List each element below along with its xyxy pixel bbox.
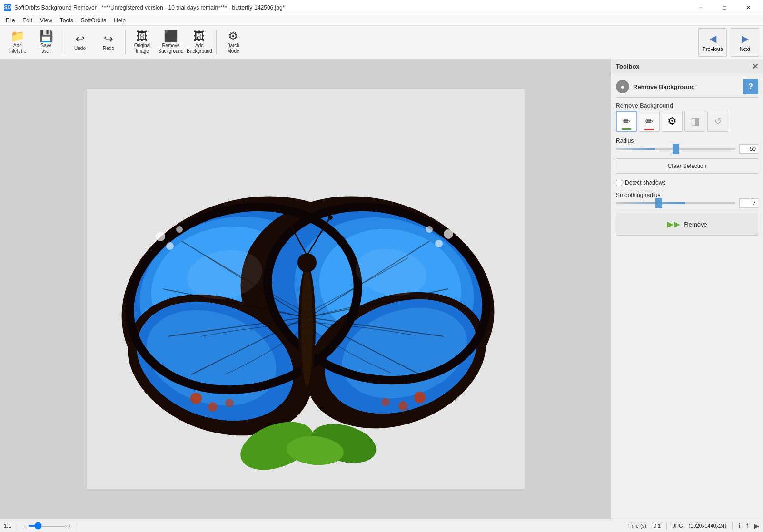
add-files-button[interactable]: 📁 Add File(s)... (4, 28, 31, 57)
smoothing-section: Smoothing radius (616, 192, 758, 208)
toolbox-close-button[interactable]: ✕ (752, 62, 758, 71)
clear-selection-button[interactable]: Clear Selection (616, 158, 758, 174)
save-as-button[interactable]: 💾 Saveas... (32, 28, 60, 57)
redo-button[interactable]: ↪ Redo (95, 28, 122, 57)
remove-button-icon: ▶▶ (667, 219, 680, 229)
remove-bg-icon: ⬛ (164, 30, 178, 42)
radius-label: Radius (616, 138, 758, 144)
svg-point-38 (301, 267, 313, 386)
zoom-slider[interactable] (28, 525, 66, 527)
original-image-button[interactable]: 🖼 OriginalImage (129, 28, 156, 57)
svg-point-28 (444, 229, 453, 239)
remove-background-button[interactable]: ⬛ RemoveBackground (157, 28, 185, 57)
remove-bg-section-icon: ● (616, 80, 629, 93)
remove-bg-section-title: Remove Background (633, 83, 695, 90)
status-separator-3 (666, 522, 667, 530)
detect-shadows-checkbox[interactable] (616, 180, 622, 186)
toolbar-separator-1 (63, 30, 63, 54)
maximize-button[interactable]: □ (713, 0, 735, 15)
add-background-button[interactable]: 🖼 AddBackground (186, 28, 213, 57)
zoom-minus-icon: − (23, 523, 26, 529)
svg-point-32 (208, 402, 218, 412)
fill1-icon: ◨ (691, 116, 700, 127)
brush-green-button[interactable]: ✏ (616, 111, 637, 132)
toolbox-panel: Toolbox ✕ ● Remove Background ? Remove B… (611, 59, 763, 519)
menu-softorbits[interactable]: SoftOrbits (77, 16, 110, 25)
info-icon[interactable]: ℹ (738, 522, 741, 530)
brush-red-button[interactable]: ✏ (639, 111, 660, 132)
save-icon: 💾 (39, 30, 53, 42)
format-label: JPG (673, 523, 683, 529)
time-label: Time (s): (627, 523, 648, 529)
magic-wand-icon: ⚙ (667, 115, 677, 128)
status-bar: 1:1 − + Time (s): 0.1 JPG (1920x1440x24)… (0, 519, 763, 532)
zoom-plus-icon: + (68, 523, 71, 529)
brush-green-icon: ✏ (623, 116, 631, 127)
radius-row (616, 144, 758, 154)
previous-button[interactable]: ◀ Previous (698, 28, 727, 57)
close-button[interactable]: ✕ (737, 0, 759, 15)
add-bg-label: AddBackground (187, 43, 212, 54)
youtube-icon[interactable]: ▶ (754, 522, 759, 530)
canvas-area[interactable] (0, 59, 611, 519)
magic-wand-button[interactable]: ⚙ (662, 111, 683, 132)
smoothing-label: Smoothing radius (616, 192, 758, 198)
original-image-label: OriginalImage (134, 43, 150, 54)
radius-slider[interactable] (616, 148, 735, 150)
undo-button[interactable]: ↩ Undo (66, 28, 94, 57)
help-button[interactable]: ? (743, 79, 758, 94)
svg-point-25 (156, 232, 165, 241)
add-files-label: Add File(s)... (5, 43, 30, 54)
add-bg-icon: 🖼 (194, 30, 205, 42)
tool-buttons-row: ✏ ✏ ⚙ ◨ ↺ (616, 111, 758, 132)
toolbox-title: Toolbox (616, 63, 640, 70)
svg-point-41 (283, 214, 288, 219)
detect-shadows-label[interactable]: Detect shadows (625, 179, 665, 186)
menu-help[interactable]: Help (110, 16, 129, 25)
toolbox-content: ● Remove Background ? Remove Background … (611, 74, 763, 240)
toolbar-separator-3 (216, 30, 217, 54)
svg-point-34 (414, 392, 426, 403)
brush-red-icon: ✏ (645, 116, 654, 127)
nav-buttons: ◀ Previous ▶ Next (698, 28, 759, 57)
previous-icon: ◀ (709, 33, 716, 44)
status-separator-2 (77, 522, 77, 530)
fill-tool-2-button[interactable]: ↺ (707, 111, 728, 132)
previous-label: Previous (703, 46, 723, 52)
toolbox-header: Toolbox ✕ (611, 59, 763, 74)
fill2-icon: ↺ (714, 116, 722, 127)
menu-view[interactable]: View (36, 16, 56, 25)
zoom-level: 1:1 (4, 523, 11, 529)
add-files-icon: 📁 (10, 30, 25, 42)
fill-tool-1-button[interactable]: ◨ (684, 111, 705, 132)
window-controls: − □ ✕ (690, 0, 759, 15)
red-underline (644, 129, 654, 130)
svg-point-30 (426, 226, 433, 233)
main-area: Toolbox ✕ ● Remove Background ? Remove B… (0, 59, 763, 519)
detect-shadows-row: Detect shadows (616, 179, 758, 186)
radius-section: Radius (616, 138, 758, 154)
smoothing-slider[interactable] (616, 202, 735, 204)
smoothing-value-input[interactable] (739, 198, 758, 208)
next-icon: ▶ (742, 33, 749, 44)
menu-edit[interactable]: Edit (19, 16, 36, 25)
next-label: Next (740, 46, 751, 52)
next-button[interactable]: ▶ Next (731, 28, 759, 57)
svg-point-29 (435, 240, 443, 247)
butterfly-canvas (87, 89, 525, 489)
remove-button-label: Remove (684, 221, 707, 228)
menu-tools[interactable]: Tools (56, 16, 77, 25)
facebook-icon[interactable]: f (746, 522, 748, 530)
remove-bg-label: Remove Background (616, 102, 758, 109)
batch-mode-button[interactable]: ⚙ Batch Mode (219, 28, 247, 57)
undo-label: Undo (74, 46, 86, 51)
window-title: SoftOrbits Background Remover - ****Unre… (14, 4, 690, 11)
svg-point-36 (381, 398, 390, 406)
menu-file[interactable]: File (2, 16, 19, 25)
toolbar-separator-2 (125, 30, 126, 54)
radius-value-input[interactable] (739, 144, 758, 154)
svg-point-33 (225, 399, 234, 407)
minimize-button[interactable]: − (690, 0, 712, 15)
remove-button[interactable]: ▶▶ Remove (616, 213, 758, 236)
status-right: Time (s): 0.1 JPG (1920x1440x24) ℹ f ▶ (627, 522, 759, 530)
